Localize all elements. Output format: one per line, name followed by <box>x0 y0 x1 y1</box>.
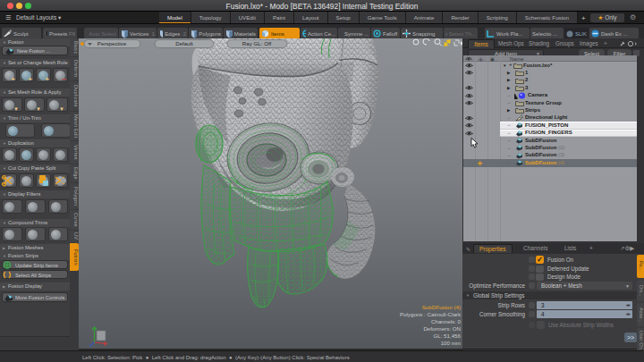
svg-text:SubDFusion (4): SubDFusion (4) <box>422 304 461 310</box>
svg-text:100 mm: 100 mm <box>441 340 461 346</box>
svg-text:Default: Default <box>175 40 193 46</box>
svg-text:Polygons : Catmull-Clark: Polygons : Catmull-Clark <box>400 311 462 317</box>
svg-text:Perspective: Perspective <box>97 40 127 46</box>
svg-text:Deformers: ON: Deformers: ON <box>423 325 461 332</box>
svg-text:Channels: 0: Channels: 0 <box>431 318 462 324</box>
svg-text:GL: 51,456: GL: 51,456 <box>433 333 461 339</box>
svg-text:Ray GL: Off: Ray GL: Off <box>242 40 272 46</box>
